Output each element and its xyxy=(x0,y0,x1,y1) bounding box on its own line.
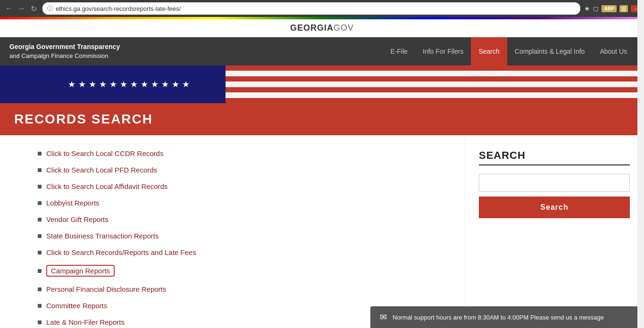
scrollbar[interactable] xyxy=(637,0,644,328)
browser-nav-buttons: ← → ↻ xyxy=(4,3,39,14)
mail-icon: ✉ xyxy=(380,312,387,322)
georgia-label: GEORGIA xyxy=(290,23,334,33)
link-ccdr[interactable]: Click to Search Local CCDR Records xyxy=(46,149,163,157)
menu-tag[interactable]: ||| xyxy=(619,5,628,12)
url-input[interactable] xyxy=(56,5,576,12)
bullet-icon xyxy=(38,234,42,238)
forward-button[interactable]: → xyxy=(16,3,26,14)
star-10: ★ xyxy=(161,79,169,90)
page-title-bar: RECORDS SEARCH xyxy=(0,103,644,135)
star-3: ★ xyxy=(89,79,96,90)
hero-banner: ★ ★ ★ ★ ★ ★ ★ ★ ★ ★ ★ ★ xyxy=(0,66,644,103)
hero-stripes xyxy=(226,66,644,103)
bullet-icon xyxy=(38,269,42,273)
star-6: ★ xyxy=(120,79,127,90)
extensions-icon[interactable]: ◻ xyxy=(593,5,599,12)
link-vendor[interactable]: Vendor Gift Reports xyxy=(46,215,109,223)
star-11: ★ xyxy=(172,79,179,90)
bookmark-icon[interactable]: ★ xyxy=(584,5,590,12)
bullet-icon xyxy=(38,168,42,172)
bullet-icon xyxy=(38,185,42,189)
logo-line1: Georgia Government Transparency xyxy=(9,42,120,52)
list-item-state-business: State Business Transaction Reports xyxy=(38,232,445,240)
link-campaign[interactable]: Campaign Reports xyxy=(46,265,115,277)
page-title: RECORDS SEARCH xyxy=(14,112,630,127)
bullet-icon xyxy=(38,251,42,254)
nav-item-efile[interactable]: E-File xyxy=(383,37,415,66)
logo-line2: and Campaign Finance Commission xyxy=(9,52,120,60)
stripe-white-2 xyxy=(226,82,644,87)
list-item-personal-financial: Personal Financial Disclosure Reports xyxy=(38,285,445,293)
bullet-icon xyxy=(38,218,42,221)
list-item-campaign: Campaign Reports xyxy=(38,265,445,277)
star-2: ★ xyxy=(78,79,86,90)
nav-item-info[interactable]: Info For Filers xyxy=(415,37,471,66)
site-nav: E-File Info For Filers Search Complaints… xyxy=(383,37,635,66)
bullet-icon xyxy=(38,304,42,308)
hero-stars: ★ ★ ★ ★ ★ ★ ★ ★ ★ ★ ★ ★ xyxy=(0,66,258,103)
list-item-late-fees: Click to Search Records/Reports and Late… xyxy=(38,248,445,256)
lock-icon: ⓘ xyxy=(47,5,53,13)
star-8: ★ xyxy=(141,79,148,90)
search-input[interactable] xyxy=(479,174,630,192)
link-committee[interactable]: Committee Reports xyxy=(46,302,107,310)
main-content: Click to Search Local CCDR Records Click… xyxy=(0,135,644,328)
star-4: ★ xyxy=(99,79,107,90)
list-item-lobbyist: Lobbyist Reports xyxy=(38,199,445,207)
support-bar[interactable]: ✉ Normal support hours are from 8:30AM t… xyxy=(370,306,644,328)
bullet-icon xyxy=(38,320,42,324)
link-late-nonfiler[interactable]: Late & Non-Filer Reports xyxy=(46,318,125,326)
refresh-button[interactable]: ↻ xyxy=(28,3,39,14)
list-item-affidavit: Click to Search Local Affidavit Records xyxy=(38,182,445,190)
back-button[interactable]: ← xyxy=(4,3,14,14)
star-7: ★ xyxy=(130,79,138,90)
link-late-fees[interactable]: Click to Search Records/Reports and Late… xyxy=(46,248,196,256)
bullet-icon xyxy=(38,287,42,291)
stripe-white-3 xyxy=(226,92,644,98)
star-9: ★ xyxy=(151,79,159,90)
site-header: Georgia Government Transparency and Camp… xyxy=(0,37,644,66)
stripe-white-1 xyxy=(226,71,644,76)
records-links-list: Click to Search Local CCDR Records Click… xyxy=(38,149,445,326)
address-bar: ⓘ xyxy=(42,2,580,15)
list-item-pfd: Click to Search Local PFD Records xyxy=(38,166,445,174)
stripe-red-1 xyxy=(226,66,644,71)
star-12: ★ xyxy=(182,79,190,90)
search-button[interactable]: Search xyxy=(479,197,630,218)
search-heading: SEARCH xyxy=(479,149,630,165)
link-affidavit[interactable]: Click to Search Local Affidavit Records xyxy=(46,182,167,190)
site-logo: Georgia Government Transparency and Camp… xyxy=(9,42,120,60)
bullet-icon xyxy=(38,201,42,205)
search-column: SEARCH Search xyxy=(465,135,644,328)
star-1: ★ xyxy=(68,79,75,90)
nav-item-about[interactable]: About Us xyxy=(592,37,635,66)
links-column: Click to Search Local CCDR Records Click… xyxy=(0,135,465,328)
link-state-business[interactable]: State Business Transaction Reports xyxy=(46,232,159,240)
georgia-gov-bar: GEORGIAGOV xyxy=(0,19,644,37)
list-item-vendor: Vendor Gift Reports xyxy=(38,215,445,223)
browser-actions: ★ ◻ ABP ||| → xyxy=(584,5,640,12)
link-personal-financial[interactable]: Personal Financial Disclosure Reports xyxy=(46,285,166,293)
abp-tag[interactable]: ABP xyxy=(602,5,616,12)
nav-item-search[interactable]: Search xyxy=(471,37,507,66)
nav-item-complaints[interactable]: Complaints & Legal Info xyxy=(507,37,593,66)
gov-label: GOV xyxy=(334,23,354,33)
support-message: Normal support hours are from 8:30AM to … xyxy=(393,314,604,321)
stripe-red-4 xyxy=(226,98,644,103)
bullet-icon xyxy=(38,152,42,156)
list-item-ccdr: Click to Search Local CCDR Records xyxy=(38,149,445,157)
stripe-red-2 xyxy=(226,76,644,82)
link-pfd[interactable]: Click to Search Local PFD Records xyxy=(46,166,157,174)
star-5: ★ xyxy=(109,79,117,90)
browser-chrome: ← → ↻ ⓘ ★ ◻ ABP ||| → xyxy=(0,0,644,17)
link-lobbyist[interactable]: Lobbyist Reports xyxy=(46,199,100,207)
stripe-red-3 xyxy=(226,87,644,92)
